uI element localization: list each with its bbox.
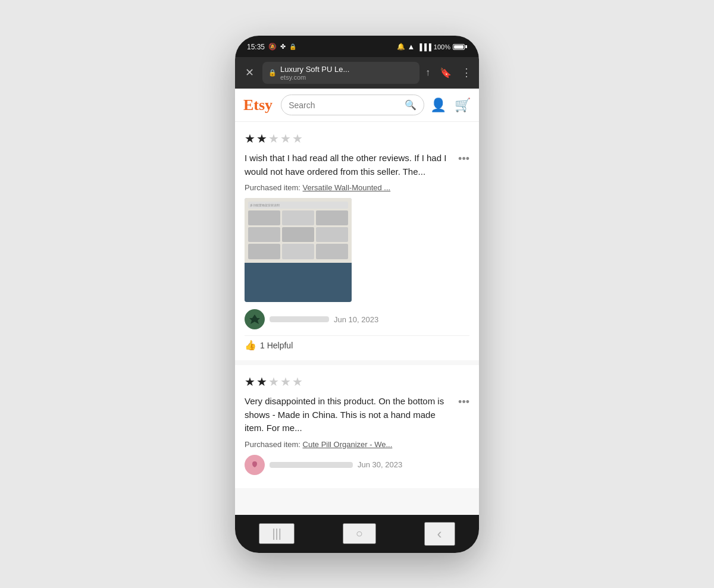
review-card: ★ ★ ★ ★ ★ I wish that I had read all the… xyxy=(235,122,479,360)
helpful-count-1: 1 Helpful xyxy=(260,341,293,350)
bookmark-icon[interactable]: 🔖 xyxy=(440,67,452,78)
reviews-content: ★ ★ ★ ★ ★ I wish that I had read all the… xyxy=(235,122,479,514)
url-text: Luxury Soft PU Le... etsy.com xyxy=(280,65,414,81)
star-4: ★ xyxy=(280,131,291,146)
search-input[interactable] xyxy=(289,100,400,110)
star-4: ★ xyxy=(280,375,291,389)
star-3: ★ xyxy=(268,375,279,389)
avatar-1 xyxy=(245,309,265,329)
recents-button[interactable]: ||| xyxy=(259,523,295,544)
url-lock-icon: 🔒 xyxy=(268,69,277,77)
helpful-button-1[interactable]: 👍 1 Helpful xyxy=(245,339,293,351)
helpful-row-1: 👍 1 Helpful xyxy=(245,335,469,353)
avatar-2 xyxy=(245,455,265,475)
star-5: ★ xyxy=(292,375,303,389)
reviewer-name-1 xyxy=(270,316,329,322)
browser-bar: ✕ 🔒 Luxury Soft PU Le... etsy.com ↑ 🔖 ⋮ xyxy=(235,57,479,89)
star-2: ★ xyxy=(256,131,267,146)
review-text-row-1: I wish that I had read all the other rev… xyxy=(245,152,469,178)
star-rating-2: ★ ★ ★ ★ ★ xyxy=(245,375,469,389)
review-image-1[interactable]: 多功能置物架安装说明 xyxy=(245,198,352,302)
review-date-2: Jun 30, 2023 xyxy=(358,460,402,469)
more-options-icon[interactable]: ⋮ xyxy=(461,66,472,79)
reviewer-row-1: Jun 10, 2023 xyxy=(245,309,469,329)
page-title: Luxury Soft PU Le... xyxy=(280,65,414,74)
browser-actions: ↑ 🔖 ⋮ xyxy=(425,66,472,79)
purchased-item-link-1[interactable]: Versatile Wall-Mounted ... xyxy=(303,183,391,192)
phone-frame: 15:35 🔕 ✤ 🔒 🔔 ▲ ▐▐▐ 100% ✕ 🔒 Luxury Soft… xyxy=(235,36,479,553)
etsy-header: Etsy 🔍 👤 🛒 xyxy=(235,89,479,122)
review-text-2: Very disappointed in this product. On th… xyxy=(245,395,453,435)
review-text-row-2: Very disappointed in this product. On th… xyxy=(245,395,469,435)
header-icons: 👤 🛒 xyxy=(430,98,471,113)
browser-close-button[interactable]: ✕ xyxy=(242,66,256,79)
browser-url-bar[interactable]: 🔒 Luxury Soft PU Le... etsy.com xyxy=(262,62,419,84)
battery-icon xyxy=(453,44,467,50)
star-2: ★ xyxy=(256,375,267,389)
purchased-item-2: Purchased item: Cute Pill Organizer - We… xyxy=(245,440,469,449)
review-text-1: I wish that I had read all the other rev… xyxy=(245,152,453,178)
back-button[interactable]: ‹ xyxy=(424,522,455,546)
star-5: ★ xyxy=(292,131,303,146)
wifi-icon: ▲ xyxy=(408,42,415,51)
reviewer-name-2 xyxy=(270,462,353,468)
svg-marker-0 xyxy=(249,315,260,324)
user-icon[interactable]: 👤 xyxy=(430,98,446,113)
share-icon[interactable]: ↑ xyxy=(425,67,430,78)
alarm-icon: 🔔 xyxy=(397,43,405,51)
search-bar[interactable]: 🔍 xyxy=(281,95,424,115)
star-3: ★ xyxy=(268,131,279,146)
reviewer-row-2: Jun 30, 2023 xyxy=(245,455,469,475)
cart-icon[interactable]: 🛒 xyxy=(455,98,471,113)
star-rating-1: ★ ★ ★ ★ ★ xyxy=(245,131,469,146)
status-left: 15:35 🔕 ✤ 🔒 xyxy=(247,43,296,51)
home-button[interactable]: ○ xyxy=(343,523,376,544)
status-bar: 15:35 🔕 ✤ 🔒 🔔 ▲ ▐▐▐ 100% xyxy=(235,36,479,57)
purchased-item-link-2[interactable]: Cute Pill Organizer - We... xyxy=(303,440,393,449)
battery-display: 100% xyxy=(434,43,450,51)
signal-icon: ▐▐▐ xyxy=(417,43,431,51)
search-icon[interactable]: 🔍 xyxy=(405,99,416,111)
star-1: ★ xyxy=(245,131,255,146)
purchased-item-1: Purchased item: Versatile Wall-Mounted .… xyxy=(245,183,469,192)
notification-icon: 🔕 xyxy=(268,43,277,51)
review-date-1: Jun 10, 2023 xyxy=(334,315,378,324)
star-1: ★ xyxy=(245,375,255,389)
review-card-2: ★ ★ ★ ★ ★ Very disappointed in this prod… xyxy=(235,365,479,488)
url-domain: etsy.com xyxy=(280,74,414,81)
settings-icon: ✤ xyxy=(280,43,286,51)
nav-bar: ||| ○ ‹ xyxy=(235,515,479,553)
review-more-button-1[interactable]: ••• xyxy=(458,153,469,165)
time-display: 15:35 xyxy=(247,43,265,51)
review-more-button-2[interactable]: ••• xyxy=(458,396,469,408)
thumbsup-icon: 👍 xyxy=(245,339,256,351)
status-right: 🔔 ▲ ▐▐▐ 100% xyxy=(397,42,467,51)
lock-status-icon: 🔒 xyxy=(289,43,296,50)
etsy-logo[interactable]: Etsy xyxy=(243,96,273,114)
